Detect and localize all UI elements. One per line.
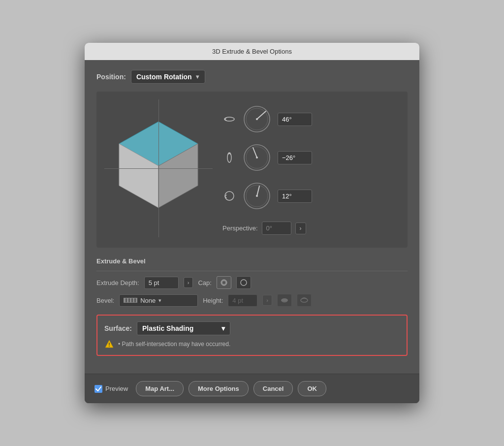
surface-section: Surface: Plastic Shading ▾ ! • Path self… <box>96 315 408 356</box>
section-divider <box>96 271 408 271</box>
cap-label: Cap: <box>198 279 211 287</box>
angle-input-y[interactable] <box>278 151 312 164</box>
bottom-bar: Preview Map Art... More Options Cancel O… <box>85 374 419 403</box>
svg-point-13 <box>225 191 234 200</box>
cap-button-1[interactable] <box>217 276 231 289</box>
perspective-row: Perspective: › <box>222 222 400 235</box>
cancel-button[interactable]: Cancel <box>253 381 293 396</box>
extrude-depth-arrow[interactable]: › <box>184 277 193 288</box>
dialog: 3D Extrude & Bevel Options Position: Cus… <box>85 43 419 403</box>
position-dropdown[interactable]: Custom Rotation ▾ <box>131 70 205 84</box>
svg-point-21 <box>281 298 288 302</box>
extrude-depth-row: Extrude Depth: › Cap: <box>96 276 408 289</box>
surface-row: Surface: Plastic Shading ▾ <box>104 321 400 335</box>
extrude-depth-label: Extrude Depth: <box>96 279 139 287</box>
extrude-bevel-section: Extrude & Bevel Extrude Depth: › Cap: <box>96 257 408 307</box>
extrude-depth-input[interactable] <box>144 277 179 289</box>
height-arrow: › <box>262 295 272 306</box>
bevel-value: None <box>140 297 156 304</box>
preview-label: Preview <box>105 385 128 392</box>
cube-container <box>104 99 213 237</box>
dial-z[interactable] <box>242 181 272 211</box>
warning-icon: ! <box>104 339 114 349</box>
bevel-row: Bevel: None ▾ Height: › <box>96 294 408 307</box>
map-art-button[interactable]: Map Art... <box>136 381 184 396</box>
warning-row: ! • Path self-intersection may have occu… <box>104 339 400 349</box>
dialog-title: 3D Extrude & Bevel Options <box>212 48 292 55</box>
position-chevron: ▾ <box>196 73 199 80</box>
svg-point-22 <box>301 298 308 302</box>
dial-y[interactable] <box>242 143 272 172</box>
rotation-icon-z <box>222 189 236 203</box>
svg-point-20 <box>241 280 247 286</box>
surface-value: Plastic Shading <box>142 324 193 332</box>
crosshair-vertical <box>158 99 159 237</box>
perspective-arrow-btn[interactable]: › <box>295 223 306 234</box>
position-row: Position: Custom Rotation ▾ <box>96 70 408 84</box>
perspective-label: Perspective: <box>222 224 258 232</box>
bevel-chevron: ▾ <box>158 297 161 304</box>
bevel-icon-btn-1[interactable] <box>277 294 292 307</box>
preview-checkbox[interactable] <box>94 385 102 393</box>
dialog-content: Position: Custom Rotation ▾ <box>85 60 419 374</box>
more-options-button[interactable]: More Options <box>189 381 249 396</box>
bevel-swatch <box>124 298 137 303</box>
bevel-icon-btn-2[interactable] <box>297 294 312 307</box>
svg-point-19 <box>222 281 225 284</box>
dial-x[interactable] <box>242 104 272 134</box>
svg-point-17 <box>256 195 258 197</box>
position-value: Custom Rotation <box>136 73 192 81</box>
bevel-dropdown[interactable]: None ▾ <box>119 294 198 307</box>
rotation-icon-x <box>222 112 236 126</box>
cap-button-2[interactable] <box>236 276 251 289</box>
preview-checkbox-group: Preview <box>94 385 128 393</box>
svg-point-7 <box>256 118 258 120</box>
angle-input-z[interactable] <box>278 190 312 203</box>
main-area: Perspective: › <box>96 92 408 248</box>
rotation-controls: Perspective: › <box>222 99 400 240</box>
ok-button[interactable]: OK <box>298 381 326 396</box>
rotation-row-y <box>222 143 400 172</box>
rotation-icon-y <box>222 151 236 164</box>
svg-point-12 <box>256 157 258 159</box>
warning-text: • Path self-intersection may have occurr… <box>118 341 230 348</box>
surface-dropdown[interactable]: Plastic Shading ▾ <box>137 321 230 335</box>
perspective-input[interactable] <box>262 222 291 235</box>
surface-label: Surface: <box>104 324 132 332</box>
rotation-row-x <box>222 104 400 134</box>
extrude-bevel-title: Extrude & Bevel <box>96 257 408 265</box>
angle-input-x[interactable] <box>278 113 312 126</box>
bevel-label: Bevel: <box>96 297 114 304</box>
height-label: Height: <box>203 297 223 304</box>
surface-chevron: ▾ <box>221 324 225 332</box>
rotation-row-z <box>222 181 400 211</box>
svg-text:!: ! <box>108 342 110 348</box>
height-input <box>228 294 257 307</box>
position-label: Position: <box>96 73 126 81</box>
title-bar: 3D Extrude & Bevel Options <box>85 43 419 60</box>
